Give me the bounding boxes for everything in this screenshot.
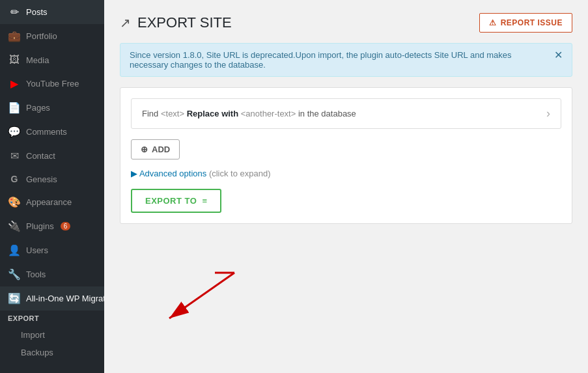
export-label: Export — [8, 314, 39, 322]
find-replace-text: Find <text> Replace with <another-text> … — [142, 109, 546, 118]
red-arrow-svg — [130, 266, 247, 331]
export-to-button[interactable]: EXPORT TO ≡ — [131, 189, 221, 213]
add-icon: ⊕ — [141, 145, 148, 154]
sidebar-item-label: Portfolio — [26, 31, 57, 41]
advanced-expand-text: (click to expand) — [209, 169, 271, 178]
advanced-options-toggle[interactable]: ▶ Advanced options (click to expand) — [131, 169, 561, 178]
users-icon: 👤 — [8, 244, 21, 256]
info-box-close[interactable]: ✕ — [554, 50, 563, 61]
find-tag1: <text> — [161, 109, 187, 118]
appearance-icon: 🎨 — [8, 196, 21, 208]
info-box: Since version 1.8.0, Site URL is depreca… — [120, 43, 572, 77]
sidebar-item-label: Genesis — [26, 174, 57, 184]
import-label: Import — [21, 330, 45, 340]
pages-icon: 📄 — [8, 102, 21, 114]
sidebar-item-label: Users — [26, 245, 48, 255]
plugins-badge: 6 — [61, 222, 71, 230]
svg-line-1 — [169, 273, 234, 318]
portfolio-icon: 💼 — [8, 30, 21, 42]
add-btn-label: ADD — [152, 145, 170, 154]
sidebar-item-appearance[interactable]: 🎨 Appearance — [0, 190, 104, 214]
sidebar-item-label: Plugins — [26, 221, 54, 231]
comments-icon: 💬 — [8, 126, 21, 138]
sidebar-item-genesis[interactable]: G Genesis — [0, 168, 104, 190]
backups-label: Backups — [21, 348, 53, 357]
sidebar-item-pages[interactable]: 📄 Pages — [0, 96, 104, 120]
export-to-icon: ≡ — [202, 196, 207, 206]
sidebar-item-label: Contact — [26, 151, 55, 161]
report-issue-button[interactable]: ⚠ REPORT ISSUE — [479, 13, 572, 33]
main-content: ↗ EXPORT SITE ⚠ REPORT ISSUE Since versi… — [104, 0, 588, 373]
export-to-label: EXPORT TO — [145, 196, 197, 206]
sidebar-item-contact[interactable]: ✉ Contact — [0, 144, 104, 168]
plugins-icon: 🔌 — [8, 220, 21, 232]
posts-icon: ✏ — [8, 6, 21, 18]
add-button[interactable]: ⊕ ADD — [131, 139, 180, 159]
youtube-icon: ▶ — [8, 77, 21, 90]
report-btn-label: REPORT ISSUE — [501, 18, 563, 27]
sidebar-item-portfolio[interactable]: 💼 Portfolio — [0, 24, 104, 48]
page-title: ↗ EXPORT SITE — [120, 14, 232, 31]
sidebar-item-posts[interactable]: ✏ Posts — [0, 0, 104, 24]
genesis-icon: G — [8, 174, 21, 184]
sidebar-item-label: Tools — [26, 269, 46, 279]
replace-with-label: Replace with — [187, 109, 238, 118]
contact-icon: ✉ — [8, 150, 21, 162]
sidebar-item-tools[interactable]: 🔧 Tools — [0, 262, 104, 286]
page-title-text: EXPORT SITE — [137, 14, 232, 31]
tools-icon: 🔧 — [8, 268, 21, 281]
find-prefix: Find — [142, 109, 158, 118]
sidebar-item-label: Pages — [26, 103, 50, 113]
chevron-right-icon: › — [546, 107, 550, 120]
content-panel: Find <text> Replace with <another-text> … — [120, 87, 572, 224]
arrow-annotation — [130, 266, 247, 334]
sidebar-item-media[interactable]: 🖼 Media — [0, 48, 104, 72]
report-icon: ⚠ — [489, 18, 497, 27]
sidebar-subitem-import[interactable]: Import — [0, 326, 104, 344]
sidebar-item-all-in-one[interactable]: 🔄 All-in-One WP Migration — [0, 286, 104, 311]
sidebar-item-label: Posts — [26, 7, 48, 17]
info-box-text: Since version 1.8.0, Site URL is depreca… — [130, 50, 548, 70]
sidebar-item-label: Appearance — [26, 197, 72, 207]
advanced-options-label: Advanced options — [139, 169, 206, 178]
sidebar-item-users[interactable]: 👤 Users — [0, 238, 104, 262]
page-header: ↗ EXPORT SITE ⚠ REPORT ISSUE — [120, 13, 572, 33]
find-suffix: in the database — [298, 109, 356, 118]
sidebar-item-label: All-in-One WP Migration — [26, 294, 104, 303]
sidebar-item-label: Media — [26, 55, 49, 65]
sidebar-item-plugins[interactable]: 🔌 Plugins 6 — [0, 214, 104, 238]
media-icon: 🖼 — [8, 54, 21, 66]
find-tag2: <another-text> — [241, 109, 298, 118]
sidebar-item-comments[interactable]: 💬 Comments — [0, 120, 104, 144]
migration-icon: 🔄 — [8, 292, 21, 305]
advanced-arrow-icon: ▶ — [131, 169, 137, 178]
sidebar-item-label: YouTube Free — [26, 79, 79, 89]
export-section-label: Export — [0, 311, 104, 326]
sidebar-item-label: Comments — [26, 127, 67, 137]
sidebar: ✏ Posts 💼 Portfolio 🖼 Media ▶ YouTube Fr… — [0, 0, 104, 373]
sidebar-item-youtube[interactable]: ▶ YouTube Free — [0, 72, 104, 96]
sidebar-subitem-backups[interactable]: Backups — [0, 344, 104, 361]
export-site-icon: ↗ — [120, 15, 131, 31]
find-replace-row[interactable]: Find <text> Replace with <another-text> … — [131, 98, 561, 129]
